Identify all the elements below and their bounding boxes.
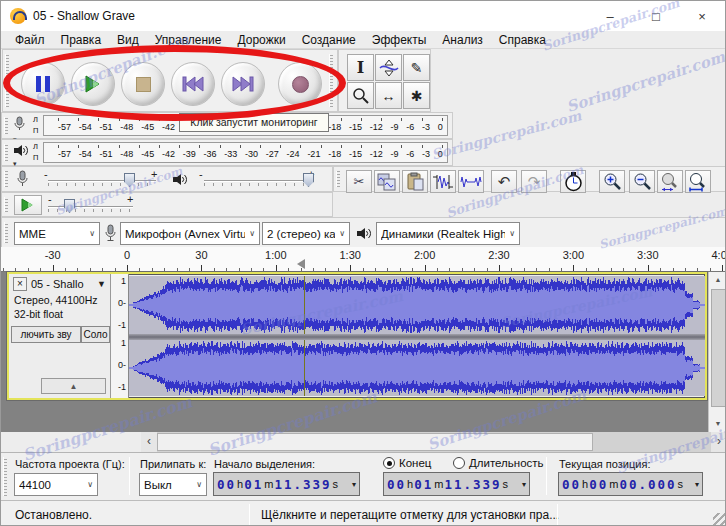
device-grip[interactable] — [4, 222, 8, 243]
vertical-ruler[interactable]: 10--110--1 — [111, 274, 129, 398]
snap-to-select[interactable]: Выкл ∨ — [139, 473, 207, 496]
zoom-tool-button[interactable] — [347, 82, 374, 109]
selection-toolbar-grip[interactable] — [3, 457, 7, 496]
scroll-left-icon[interactable]: ‹ — [141, 432, 157, 452]
silence-button[interactable] — [458, 170, 484, 193]
envelope-tool-button[interactable] — [375, 54, 402, 81]
minimize-button[interactable]: – — [587, 1, 633, 31]
selection-start-field[interactable]: 00h01m11.339s▾ — [213, 472, 360, 496]
separator — [129, 457, 130, 495]
dropdown-arrow-icon[interactable]: ▾ — [695, 480, 699, 489]
cut-button[interactable]: ✂ — [346, 170, 372, 193]
mute-button[interactable]: лючить зву — [11, 326, 81, 343]
selection-tool-button[interactable]: I — [347, 54, 374, 81]
stop-icon — [136, 77, 151, 92]
input-volume-slider[interactable] — [48, 180, 156, 182]
vertical-scroll-thumb[interactable] — [711, 289, 726, 407]
resize-grip[interactable] — [713, 513, 725, 525]
solo-button[interactable]: Соло — [81, 326, 110, 343]
scroll-up-icon[interactable]: ▲ — [709, 272, 726, 288]
play-at-speed-button[interactable] — [14, 195, 42, 215]
track-close-button[interactable]: × — [13, 277, 27, 291]
waveform-left-channel[interactable] — [129, 276, 705, 334]
right-channel-label: П — [33, 125, 38, 136]
horizontal-scrollbar[interactable]: ‹ › — [141, 432, 726, 452]
redo-button[interactable]: ↷ — [521, 170, 547, 193]
maximize-button[interactable]: □ — [633, 1, 679, 31]
skip-start-icon — [182, 76, 204, 92]
time-unit: s — [677, 478, 685, 490]
status-state: Остановлено. — [15, 508, 92, 522]
input-minus-label: - — [44, 168, 48, 180]
scroll-right-icon[interactable]: › — [711, 432, 726, 452]
skip-start-button[interactable] — [171, 62, 215, 106]
menu-item-3[interactable]: Управление — [147, 31, 230, 49]
transport-resize-grip[interactable] — [329, 54, 333, 107]
multi-tool-button[interactable]: ✱ — [403, 82, 430, 109]
playback-device-select[interactable]: Динамики (Realtek High D ∨ — [376, 222, 520, 245]
waveform-right-channel[interactable] — [129, 340, 705, 396]
fit-selection-button[interactable] — [657, 170, 683, 193]
menu-item-2[interactable]: Вид — [109, 31, 147, 49]
ruler-major-tick — [276, 265, 277, 271]
recording-meter-grip[interactable] — [4, 117, 8, 134]
meter-scale-value: -3 — [422, 149, 430, 159]
vertical-scrollbar[interactable]: ▲ ▼ — [708, 272, 726, 432]
time-digits: 00 — [589, 477, 608, 492]
scroll-down-icon[interactable]: ▼ — [709, 416, 726, 432]
audio-host-select[interactable]: MME ∨ — [14, 222, 100, 245]
menu-item-1[interactable]: Правка — [53, 31, 110, 49]
mixer-grip[interactable] — [4, 171, 8, 187]
chevron-down-icon: ∨ — [85, 229, 95, 238]
sync-lock-button[interactable] — [560, 170, 586, 193]
trim-icon — [432, 174, 454, 190]
playback-meter-toolbar: ▾ Л П -57-54-51-48-45-42-39-36-33-30-27-… — [1, 139, 453, 166]
dropdown-arrow-icon[interactable]: ▾ — [352, 480, 356, 489]
length-radio[interactable]: Длительность — [453, 457, 544, 469]
project-rate-select[interactable]: 44100 ∨ — [14, 473, 98, 496]
menu-item-8[interactable]: Справка — [491, 31, 554, 49]
menu-item-4[interactable]: Дорожки — [230, 31, 294, 49]
play-button[interactable] — [71, 62, 115, 106]
copy-button[interactable] — [374, 170, 400, 193]
skip-end-button[interactable] — [221, 62, 265, 106]
zoom-out-button[interactable] — [629, 170, 655, 193]
horizontal-scroll-thumb[interactable] — [157, 433, 593, 451]
menu-item-7[interactable]: Анализ — [434, 31, 491, 49]
undo-icon: ↶ — [498, 173, 511, 191]
recording-channels-select[interactable]: 2 (стерео) кана. ∨ — [262, 222, 350, 245]
dropdown-arrow-icon[interactable]: ▾ — [522, 480, 526, 489]
close-button[interactable]: × — [679, 1, 725, 31]
undo-button[interactable]: ↶ — [491, 170, 517, 193]
play-speed-slider[interactable] — [48, 206, 133, 208]
stop-button[interactable] — [121, 62, 165, 106]
end-radio[interactable]: Конец — [383, 457, 431, 469]
zoom-in-icon — [603, 172, 622, 191]
playback-meter-grip[interactable] — [4, 144, 8, 161]
output-volume-slider[interactable] — [204, 180, 310, 182]
paste-icon — [406, 172, 424, 191]
fit-project-button[interactable] — [685, 170, 711, 193]
menu-item-0[interactable]: Файл — [7, 31, 53, 49]
trim-button[interactable] — [430, 170, 456, 193]
current-position-field[interactable]: 00h00m00.000s▾ — [558, 472, 703, 496]
selection-end-field[interactable]: 00h01m11.339s▾ — [383, 472, 530, 496]
edit-grip[interactable] — [336, 171, 340, 187]
track-menu-icon[interactable]: ▼ — [97, 279, 106, 289]
draw-tool-button[interactable]: ✎ — [403, 54, 430, 81]
playback-meter[interactable]: -57-54-51-48-45-42-39-36-33-30-27-24-21-… — [43, 142, 448, 163]
playhead-marker-icon[interactable] — [297, 259, 305, 269]
zoom-in-button[interactable] — [599, 170, 625, 193]
pause-button[interactable] — [21, 62, 65, 106]
menu-item-5[interactable]: Создание — [294, 31, 364, 49]
menu-item-6[interactable]: Эффекты — [364, 31, 435, 49]
timeshift-tool-button[interactable]: ↔ — [375, 82, 402, 109]
timeline-ruler[interactable]: -300301:001:302:002:303:003:304:00 — [1, 247, 726, 272]
record-button[interactable] — [278, 62, 322, 106]
recording-device-select[interactable]: Микрофон (Avnex Virtual A ∨ — [120, 222, 260, 245]
track-title[interactable]: 05 - Shallo — [31, 278, 84, 290]
play-speed-grip[interactable] — [4, 197, 8, 212]
paste-button[interactable] — [402, 170, 428, 193]
transport-grip[interactable] — [5, 54, 9, 107]
collapse-button[interactable]: ▲ — [41, 378, 106, 394]
